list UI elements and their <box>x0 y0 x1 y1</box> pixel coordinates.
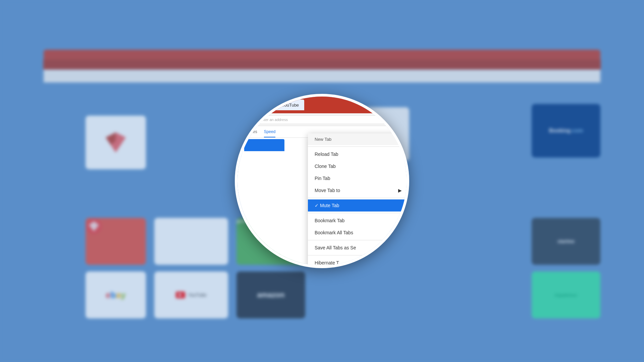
circle-address-input[interactable]: enter an address <box>255 115 402 124</box>
menu-clone-tab-label: Clone Tab <box>315 164 336 169</box>
menu-item-bookmark-all[interactable]: Bookmark All Tabs <box>308 227 407 239</box>
menu-item-new-tab[interactable]: New Tab <box>308 133 407 145</box>
nav-back[interactable]: ‹ <box>241 118 243 122</box>
nav-forward[interactable]: › <box>246 118 247 122</box>
menu-save-all-label: Save All Tabs as Se <box>315 245 356 250</box>
menu-separator-5 <box>308 255 407 255</box>
menu-mute-tab-label: Mute Tab <box>320 203 339 208</box>
sd-tab-games[interactable]: Games <box>244 129 257 137</box>
circle-tab-label: YouTube <box>282 103 299 108</box>
nav-reload[interactable]: ↻ <box>249 117 252 122</box>
menu-new-tab-label: New Tab <box>315 137 331 142</box>
circle-magnifier: YouTube ‹ › ↻ enter an address Games Spe… <box>235 94 409 268</box>
menu-bookmark-all-label: Bookmark All Tabs <box>315 230 353 235</box>
circle-addr-placeholder: enter an address <box>260 118 288 122</box>
menu-reload-tab-label: Reload Tab <box>315 152 338 157</box>
menu-move-tab-label: Move Tab to <box>315 188 340 193</box>
traffic-light-yellow <box>249 103 253 107</box>
blue-indicator-bar <box>244 139 284 151</box>
circle-browser-top: YouTube <box>237 97 407 113</box>
menu-item-hibernate[interactable]: Hibernate T <box>308 257 407 265</box>
traffic-light-green <box>255 103 259 107</box>
circle-browser-tab[interactable]: YouTube <box>267 100 304 110</box>
context-menu: New Tab Reload Tab Clone Tab Pin Tab Mov… <box>308 133 407 265</box>
menu-pin-tab-label: Pin Tab <box>315 176 330 181</box>
menu-separator-3 <box>308 213 407 213</box>
move-tab-arrow-icon: ▶ <box>398 188 402 193</box>
menu-hibernate-label: Hibernate T <box>315 260 339 265</box>
traffic-light-red <box>243 103 247 107</box>
menu-separator-4 <box>308 240 407 240</box>
circle-address-bar: ‹ › ↻ enter an address <box>237 113 407 126</box>
traffic-lights <box>243 103 259 107</box>
mute-tab-checkmark: ✓ <box>315 203 319 208</box>
mute-tab-row: ✓ Mute Tab <box>315 203 339 208</box>
circle-inner: YouTube ‹ › ↻ enter an address Games Spe… <box>237 97 407 265</box>
yt-tab-icon <box>272 103 279 107</box>
menu-bookmark-tab-label: Bookmark Tab <box>315 218 344 223</box>
menu-item-pin-tab[interactable]: Pin Tab <box>308 172 407 184</box>
menu-item-bookmark-tab[interactable]: Bookmark Tab <box>308 215 407 227</box>
menu-item-reload-tab[interactable]: Reload Tab <box>308 148 407 160</box>
menu-item-save-all[interactable]: Save All Tabs as Se <box>308 242 407 254</box>
menu-separator-1 <box>308 146 407 147</box>
menu-item-move-tab[interactable]: Move Tab to ▶ <box>308 184 407 196</box>
menu-item-clone-tab[interactable]: Clone Tab <box>308 160 407 172</box>
menu-separator-2 <box>308 198 407 198</box>
sd-tab-speed[interactable]: Speed <box>264 129 276 137</box>
menu-item-mute-tab[interactable]: ✓ Mute Tab <box>308 199 407 212</box>
